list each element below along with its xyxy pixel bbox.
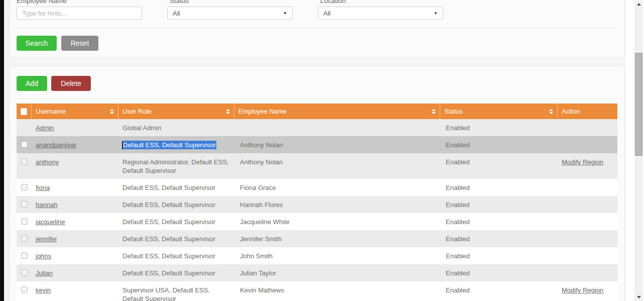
users-table: Username User Role Employee Name Status … [17,104,617,301]
chevron-down-icon: ▼ [434,11,438,16]
search-button[interactable]: Search [17,36,57,51]
status-cell: Enabled [440,264,558,281]
status-cell: Enabled [440,213,558,230]
filter-divider [17,28,616,28]
user-role-cell: Supervisor USA, Default ESS, Default Sup… [118,281,234,301]
row-checkbox[interactable] [21,184,28,190]
row-checkbox[interactable] [21,201,28,208]
table-row: anandpanjiyar Default ESS, Default Super… [17,136,617,153]
header-username-label: Username [36,108,66,115]
chevron-down-icon: ▼ [283,11,287,16]
header-employee-name-label: Employee Name [238,108,287,115]
action-cell [558,136,617,153]
status-cell: Enabled [440,179,558,196]
employee-name-input[interactable] [17,7,142,20]
row-checkbox[interactable] [21,286,28,293]
action-cell [558,230,617,247]
vertical-scrollbar[interactable] [634,0,643,301]
row-checkbox[interactable] [21,269,28,276]
sort-icon[interactable] [432,109,436,114]
employee-name-label: Employee Name [17,0,67,5]
status-cell: Enabled [440,119,558,136]
status-cell: Enabled [440,153,558,179]
employee-name-cell: Kevin Mathews [234,281,440,301]
employee-name-cell [234,119,440,136]
username-link[interactable]: Admin [36,124,54,132]
modify-region-link[interactable]: Modify Region [562,286,603,294]
status-label: Status [170,0,189,5]
username-link[interactable]: Julian [36,269,53,277]
user-role-cell: Default ESS, Default Supervisor [118,136,234,153]
row-checkbox[interactable] [21,218,28,225]
username-link[interactable]: kevin [36,286,51,294]
row-checkbox[interactable] [21,252,28,259]
modify-region-link[interactable]: Modify Region [562,158,603,166]
employee-name-cell: Jennifer Smith [234,230,440,247]
row-checkbox[interactable] [21,158,28,165]
employee-name-cell: Anthony Nolan [234,136,440,153]
user-role-cell: Regional Administrator, Default ESS, Def… [118,153,234,179]
status-select[interactable]: All ▼ [167,7,293,20]
delete-button[interactable]: Delete [51,76,91,91]
header-username[interactable]: Username [32,104,118,119]
select-all-checkbox[interactable] [21,108,27,115]
selected-text: Default ESS, Default Supervisor [122,141,216,149]
username-link[interactable]: jennifer [36,235,57,243]
header-checkbox-cell [17,104,32,119]
table-row: Admin Global Admin Enabled [17,119,617,136]
row-checkbox[interactable] [21,141,28,148]
user-role-cell: Global Admin [118,119,234,136]
action-cell [558,247,617,264]
row-checkbox[interactable] [21,235,28,242]
scroll-down-icon[interactable] [634,293,643,301]
add-button[interactable]: Add [17,76,47,91]
status-cell: Enabled [440,281,558,301]
user-role-cell: Default ESS, Default Supervisor [118,196,234,213]
sort-icon[interactable] [226,109,230,114]
employee-name-cell: Hannah Flores [234,196,440,213]
header-action: Action [558,104,617,119]
employee-name-cell: Jacqueline White [234,213,440,230]
username-link[interactable]: hannah [36,201,57,209]
location-label: Location [320,0,346,5]
header-user-role[interactable]: User Role [118,104,234,119]
table-row: kevin Supervisor USA, Default ESS, Defau… [17,281,617,301]
employee-name-cell: Julian Taylor [234,264,440,281]
employee-name-cell: Anthony Nolan [234,153,440,179]
location-select-value: All [323,10,330,17]
username-link[interactable]: anandpanjiyar [36,141,77,149]
status-cell: Enabled [440,230,558,247]
action-cell [558,119,617,136]
table-divider [17,98,616,99]
username-link[interactable]: fiona [36,184,50,191]
header-action-label: Action [562,108,580,115]
action-cell [558,264,617,281]
scroll-up-icon[interactable] [634,0,643,8]
user-role-cell: Default ESS, Default Supervisor [118,179,234,196]
header-employee-name[interactable]: Employee Name [234,104,440,119]
checkbox-cell [17,119,32,136]
username-link[interactable]: johns [36,252,51,260]
sort-icon[interactable] [110,109,114,114]
status-select-value: All [173,10,180,17]
sort-icon[interactable] [549,109,553,114]
action-cell [558,213,617,230]
status-cell: Enabled [440,136,558,153]
table-row: fiona Default ESS, Default Supervisor Fi… [17,179,617,196]
username-link[interactable]: anthony [36,158,59,166]
user-role-cell: Default ESS, Default Supervisor [118,264,234,281]
reset-button[interactable]: Reset [61,36,98,51]
scrollbar-thumb[interactable] [635,53,642,156]
table-row: johns Default ESS, Default Supervisor Jo… [17,247,617,264]
username-link[interactable]: jacqueline [36,218,65,226]
header-status-label: Status [444,108,463,115]
left-edge-strip [0,0,4,301]
table-row: jacqueline Default ESS, Default Supervis… [17,213,617,230]
user-role-cell: Default ESS, Default Supervisor [118,247,234,264]
text-cursor [122,141,123,149]
header-status[interactable]: Status [440,104,558,119]
employee-name-cell: John Smith [234,247,440,264]
location-select[interactable]: All ▼ [318,7,443,20]
table-header-row: Username User Role Employee Name Status … [17,104,617,119]
user-role-cell: Default ESS, Default Supervisor [118,213,234,230]
